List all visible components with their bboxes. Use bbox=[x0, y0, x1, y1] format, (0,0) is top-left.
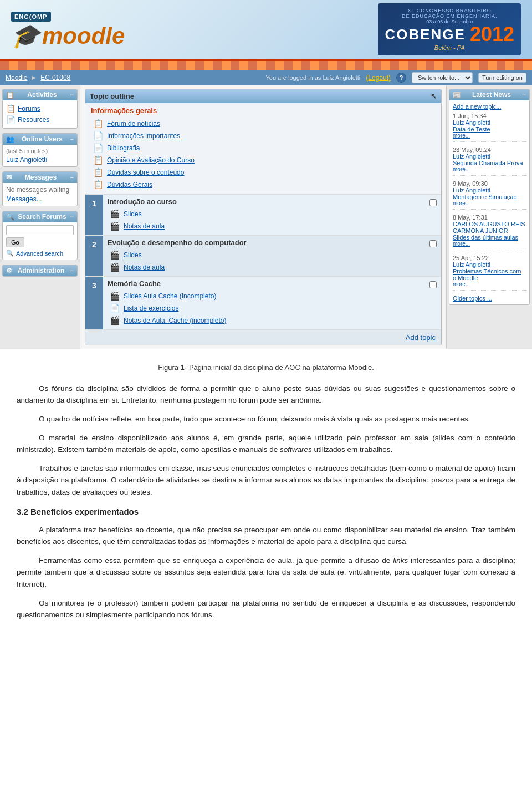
news-author-4[interactable]: Luiz Angioletti bbox=[453, 261, 526, 268]
topic-3-lista[interactable]: 📄 Lista de exercícios bbox=[108, 302, 437, 314]
online-user-name[interactable]: Luiz Angioletti bbox=[6, 156, 74, 164]
slides-2-link: Slides bbox=[124, 251, 142, 259]
nav-turn-editing-button[interactable]: Turn editing on bbox=[478, 73, 526, 83]
article-paragraph-3: O material de ensino disponibilizado aos… bbox=[17, 432, 515, 456]
topic-item-bibliografia[interactable]: 📄 Bibliografia bbox=[91, 142, 436, 154]
messages-header: ✉ Messages − bbox=[3, 172, 77, 183]
slides-cache-link: Slides Aula Cache (Incompleto) bbox=[124, 292, 216, 300]
news-collapse-button[interactable]: − bbox=[522, 91, 526, 99]
search-forums-icon: 🔍 bbox=[6, 213, 14, 221]
news-author-1[interactable]: Luiz Angioletti bbox=[453, 153, 526, 160]
search-go-button[interactable]: Go bbox=[6, 237, 24, 247]
news-title-2[interactable]: Montagem e Simulação bbox=[453, 194, 526, 200]
topic-3-notas-cache[interactable]: 🎬 Notas de Aula: Cache (incompleto) bbox=[108, 314, 437, 327]
article-paragraph-7: Os monitores (e o professor) também pode… bbox=[17, 597, 515, 621]
online-users-collapse-button[interactable]: − bbox=[70, 135, 74, 143]
add-new-topic-link[interactable]: Add a new topic... bbox=[453, 103, 526, 110]
notas-1-link: Notas de aula bbox=[124, 222, 165, 230]
header-left: ENG(OMP 🎓 moodle bbox=[11, 12, 125, 48]
nav-help-button[interactable]: ? bbox=[396, 73, 406, 83]
news-date-0: 1 Jun, 15:34 bbox=[453, 113, 526, 119]
notas-cache-icon: 🎬 bbox=[110, 316, 120, 326]
search-forums-header: 🔍 Search Forums − bbox=[3, 211, 77, 222]
news-more-4[interactable]: more... bbox=[453, 281, 526, 287]
news-author-0[interactable]: Luiz Angioletti bbox=[453, 119, 526, 126]
news-item-4: 25 Apr, 15:22 Luiz Angioletti Problemas … bbox=[453, 255, 526, 291]
news-more-1[interactable]: more... bbox=[453, 166, 526, 172]
activities-collapse-button[interactable]: − bbox=[70, 91, 74, 99]
news-more-0[interactable]: more... bbox=[453, 133, 526, 139]
slides-cache-icon: 🎬 bbox=[110, 291, 120, 301]
topic-1-content: Introdução ao curso 🎬 Slides 🎬 Notas de … bbox=[103, 195, 441, 235]
topic-item-duvidas-conteudo[interactable]: 📋 Dúvidas sobre o conteúdo bbox=[91, 166, 436, 179]
news-title-3[interactable]: Slides das últimas aulas bbox=[453, 234, 526, 241]
topic-3-checkbox[interactable] bbox=[429, 281, 437, 288]
activities-block: 📋 Activities − 📋 Forums 📄 Resources bbox=[2, 89, 78, 129]
topic-3-slides-cache[interactable]: 🎬 Slides Aula Cache (Incompleto) bbox=[108, 290, 437, 302]
news-item-3: 8 May, 17:31 CARLOS AUGUSTO REIS CARMONA… bbox=[453, 214, 526, 250]
figure-caption: Figura 1- Página inicial da disciplina d… bbox=[17, 362, 515, 374]
links-italic: links bbox=[393, 556, 408, 565]
online-users-sublabel: (last 5 minutes) bbox=[6, 148, 74, 154]
article-paragraph-1: Os fóruns da disciplina são divididos de… bbox=[17, 383, 515, 406]
nav-right: You are logged in as Luiz Angioletti (Lo… bbox=[265, 72, 526, 83]
news-title-1[interactable]: Segunda Chamada Prova bbox=[453, 160, 526, 166]
topic-2-slides[interactable]: 🎬 Slides bbox=[108, 249, 437, 261]
duvidas-gerais-icon: 📋 bbox=[93, 180, 104, 190]
older-topics-link[interactable]: Older topics ... bbox=[453, 295, 526, 302]
cobenge-subtitle1: XL CONGRESSO BRASILEIRO bbox=[385, 8, 514, 13]
news-date-3: 8 May, 17:31 bbox=[453, 214, 526, 221]
topic-section-1: 1 Introdução ao curso 🎬 Slides 🎬 Notas d… bbox=[85, 195, 441, 236]
messages-content: No messages waiting Messages... bbox=[3, 183, 77, 206]
topic-item-informacoes-importantes[interactable]: 📄 Informações importantes bbox=[91, 130, 436, 142]
latest-news-block: 📰 Latest News − Add a new topic... 1 Jun… bbox=[449, 89, 530, 305]
topic-item-opiniao[interactable]: 📋 Opinião e Avaliação do Curso bbox=[91, 154, 436, 166]
topic-1-checkbox[interactable] bbox=[429, 199, 437, 206]
administration-block: ⚙ Administration − bbox=[2, 265, 78, 277]
topic-1-slides[interactable]: 🎬 Slides bbox=[108, 208, 437, 220]
nav-course-link[interactable]: EC-01008 bbox=[40, 74, 70, 82]
nav-switch-role-select[interactable]: Switch role to... bbox=[412, 72, 473, 83]
news-author-2[interactable]: Luiz Angioletti bbox=[453, 187, 526, 194]
sidebar-item-forums[interactable]: 📋 Forums bbox=[6, 103, 74, 114]
nav-bar: Moodle ► EC-01008 You are logged in as L… bbox=[0, 70, 532, 85]
topic-1-notas[interactable]: 🎬 Notas de aula bbox=[108, 220, 437, 232]
topic-2-checkbox[interactable] bbox=[429, 240, 437, 247]
news-title-4[interactable]: Problemas Técnicos com o Moodle bbox=[453, 268, 526, 281]
sidebar-item-resources[interactable]: 📄 Resources bbox=[6, 114, 74, 125]
news-more-3[interactable]: more... bbox=[453, 241, 526, 247]
article-paragraph-6: Ferramentas como essa permitem que se en… bbox=[17, 555, 515, 591]
slides-2-icon: 🎬 bbox=[110, 250, 120, 260]
search-forums-content: Go 🔍 Advanced search bbox=[3, 222, 77, 260]
admin-collapse-button[interactable]: − bbox=[70, 267, 74, 275]
topic-outline-title: Topic outline bbox=[90, 92, 134, 100]
add-topic-link[interactable]: Add topic bbox=[406, 333, 436, 342]
messages-collapse-button[interactable]: − bbox=[70, 174, 74, 181]
nav-logout-link[interactable]: (Logout) bbox=[366, 74, 391, 82]
news-date-4: 25 Apr, 15:22 bbox=[453, 255, 526, 261]
section-heading-32: 3.2 Benefícios experimentados bbox=[17, 505, 515, 519]
news-title-0[interactable]: Data de Teste bbox=[453, 126, 526, 133]
news-item-0: 1 Jun, 15:34 Luiz Angioletti Data de Tes… bbox=[453, 113, 526, 142]
nav-login-text: You are logged in as Luiz Angioletti bbox=[265, 74, 360, 81]
lista-link: Lista de exercícios bbox=[124, 304, 178, 312]
news-author-3[interactable]: CARLOS AUGUSTO REIS CARMONA JUNIOR bbox=[453, 221, 526, 234]
topic-3-title: Memória Cache bbox=[108, 280, 161, 288]
topic-item-duvidas-gerais[interactable]: 📋 Dúvidas Gerais bbox=[91, 179, 436, 191]
online-users-header-icon: 👥 bbox=[6, 135, 14, 143]
bibliografia-icon: 📄 bbox=[93, 143, 104, 153]
topic-item-forum-noticias[interactable]: 📋 Fórum de notícias bbox=[91, 118, 436, 130]
forum-noticias-link: Fórum de notícias bbox=[107, 120, 160, 128]
topic-2-notas[interactable]: 🎬 Notas de aula bbox=[108, 261, 437, 273]
forums-icon: 📋 bbox=[6, 104, 16, 113]
news-more-2[interactable]: more... bbox=[453, 200, 526, 206]
left-sidebar: 📋 Activities − 📋 Forums 📄 Resources 👥 On… bbox=[0, 85, 80, 349]
resources-label: Resources bbox=[18, 116, 49, 124]
messages-link[interactable]: Messages... bbox=[6, 195, 74, 203]
nav-home-link[interactable]: Moodle bbox=[6, 74, 27, 82]
latest-news-content: Add a new topic... 1 Jun, 15:34 Luiz Ang… bbox=[449, 100, 529, 304]
search-collapse-button[interactable]: − bbox=[70, 213, 74, 221]
advanced-search-link[interactable]: 🔍 Advanced search bbox=[6, 250, 74, 257]
notas-cache-link: Notas de Aula: Cache (incompleto) bbox=[124, 317, 226, 324]
search-input[interactable] bbox=[6, 225, 74, 235]
